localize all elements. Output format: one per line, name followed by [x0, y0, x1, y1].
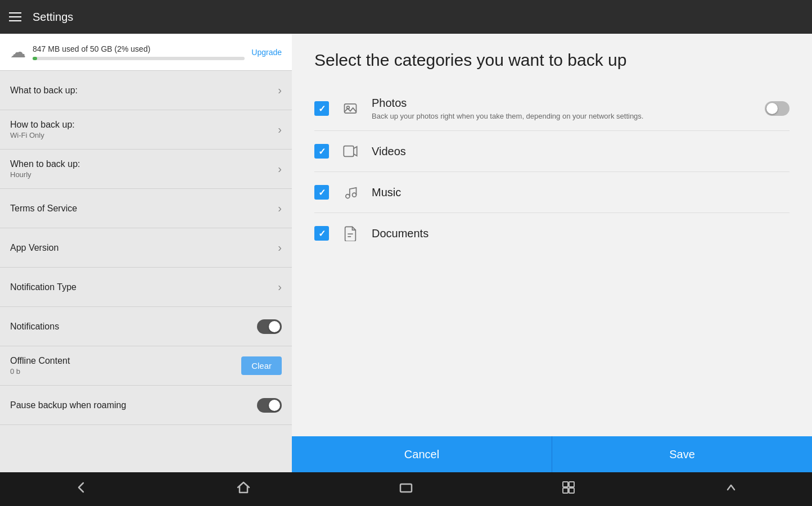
menu-item-title-terms: Terms of Service	[10, 204, 77, 214]
music-name: Music	[372, 186, 790, 199]
sidebar-item-notification-type[interactable]: Notification Type ›	[0, 268, 292, 307]
bottom-buttons: Cancel Save	[292, 436, 812, 472]
cloud-icon: ☁	[10, 43, 26, 61]
sidebar-item-pause-roaming: Pause backup when roaming	[0, 386, 292, 425]
hamburger-menu[interactable]	[9, 12, 21, 21]
toggle-knob	[269, 400, 280, 411]
menu-item-title-what: What to back up:	[10, 85, 78, 96]
svg-rect-8	[563, 482, 568, 487]
svg-point-4	[353, 193, 357, 197]
svg-rect-7	[400, 484, 412, 492]
storage-info: 847 MB used of 50 GB (2% used)	[33, 44, 245, 60]
notifications-toggle-switch[interactable]	[257, 319, 282, 334]
menu-item-title-when: When to back up:	[10, 159, 80, 169]
svg-rect-9	[569, 482, 574, 487]
documents-icon	[340, 223, 360, 243]
toggle-slider	[257, 319, 282, 334]
up-icon[interactable]	[712, 475, 750, 503]
category-item-documents: ✓ Documents	[314, 213, 790, 254]
left-panel: ☁ 847 MB used of 50 GB (2% used) Upgrade…	[0, 34, 292, 472]
category-item-videos: ✓ Videos	[314, 131, 790, 172]
storage-text: 847 MB used of 50 GB (2% used)	[33, 44, 245, 53]
roaming-toggle-switch[interactable]	[257, 398, 282, 413]
music-icon	[340, 182, 360, 202]
photos-toggle-switch[interactable]	[765, 101, 790, 116]
menu-item-subtitle-when: Hourly	[10, 170, 80, 179]
photos-desc: Back up your photos right when you take …	[372, 112, 754, 120]
photos-checkbox[interactable]: ✓	[314, 101, 329, 116]
category-item-music: ✓ Music	[314, 172, 790, 213]
photos-info: Photos Back up your photos right when yo…	[372, 97, 754, 120]
sidebar-item-offline-content: Offline Content 0 b Clear	[0, 346, 292, 386]
svg-rect-10	[563, 488, 568, 493]
back-button[interactable]	[62, 475, 100, 503]
menu-item-subtitle-how: Wi-Fi Only	[10, 131, 75, 139]
menu-item-title-how: How to back up:	[10, 120, 75, 130]
grid-button[interactable]	[549, 475, 588, 503]
menu-item-title-notif-type: Notification Type	[10, 282, 76, 292]
menu-item-title-roaming: Pause backup when roaming	[10, 400, 126, 410]
right-panel: Select the categories you want to back u…	[292, 34, 812, 472]
music-checkbox[interactable]: ✓	[314, 185, 329, 200]
music-info: Music	[372, 186, 790, 199]
right-content: Select the categories you want to back u…	[292, 34, 812, 436]
topbar: Settings	[0, 0, 812, 34]
main-content: ☁ 847 MB used of 50 GB (2% used) Upgrade…	[0, 34, 812, 472]
svg-point-3	[346, 195, 350, 198]
storage-bar	[33, 57, 245, 60]
bottom-nav	[0, 472, 812, 506]
documents-info: Documents	[372, 227, 790, 240]
panel-title: Select the categories you want to back u…	[314, 51, 790, 70]
toggle-knob	[269, 321, 280, 332]
menu-item-title-notifications: Notifications	[10, 322, 59, 332]
sidebar-item-app-version[interactable]: App Version ›	[0, 228, 292, 268]
chevron-icon: ›	[278, 123, 282, 136]
documents-name: Documents	[372, 227, 790, 240]
save-button[interactable]: Save	[552, 436, 812, 472]
notifications-toggle[interactable]	[257, 319, 282, 334]
videos-name: Videos	[372, 145, 790, 158]
storage-section: ☁ 847 MB used of 50 GB (2% used) Upgrade	[0, 34, 292, 71]
storage-bar-fill	[33, 57, 37, 60]
sidebar-item-how-to-backup[interactable]: How to back up: Wi-Fi Only ›	[0, 110, 292, 150]
sidebar-item-what-to-backup[interactable]: What to back up: ›	[0, 71, 292, 110]
app-title: Settings	[33, 11, 73, 24]
photos-extra-toggle[interactable]	[765, 101, 790, 116]
chevron-icon: ›	[278, 241, 282, 254]
chevron-icon: ›	[278, 202, 282, 215]
videos-checkbox[interactable]: ✓	[314, 144, 329, 159]
chevron-icon: ›	[278, 84, 282, 97]
svg-rect-11	[569, 488, 574, 493]
toggle-slider	[765, 101, 790, 116]
photos-name: Photos	[372, 97, 754, 110]
recent-apps-button[interactable]	[387, 475, 425, 503]
menu-item-subtitle-offline: 0 b	[10, 367, 70, 376]
menu-item-title-offline: Offline Content	[10, 356, 70, 366]
toggle-knob	[766, 103, 778, 114]
sidebar-item-notifications: Notifications	[0, 307, 292, 346]
chevron-icon: ›	[278, 162, 282, 175]
toggle-slider	[257, 398, 282, 413]
videos-info: Videos	[372, 145, 790, 158]
svg-rect-2	[344, 146, 354, 157]
documents-checkbox[interactable]: ✓	[314, 226, 329, 241]
clear-button[interactable]: Clear	[241, 356, 282, 375]
category-item-photos: ✓ Photos Back up your photos right when …	[314, 87, 790, 131]
photos-icon	[340, 98, 360, 119]
sidebar-item-terms[interactable]: Terms of Service ›	[0, 189, 292, 228]
sidebar-item-when-to-backup[interactable]: When to back up: Hourly ›	[0, 150, 292, 189]
chevron-icon: ›	[278, 281, 282, 293]
videos-icon	[340, 141, 360, 161]
cancel-button[interactable]: Cancel	[292, 436, 552, 472]
menu-item-title-version: App Version	[10, 243, 58, 253]
home-button[interactable]	[224, 475, 263, 503]
upgrade-link[interactable]: Upgrade	[251, 48, 282, 57]
roaming-toggle[interactable]	[257, 398, 282, 413]
